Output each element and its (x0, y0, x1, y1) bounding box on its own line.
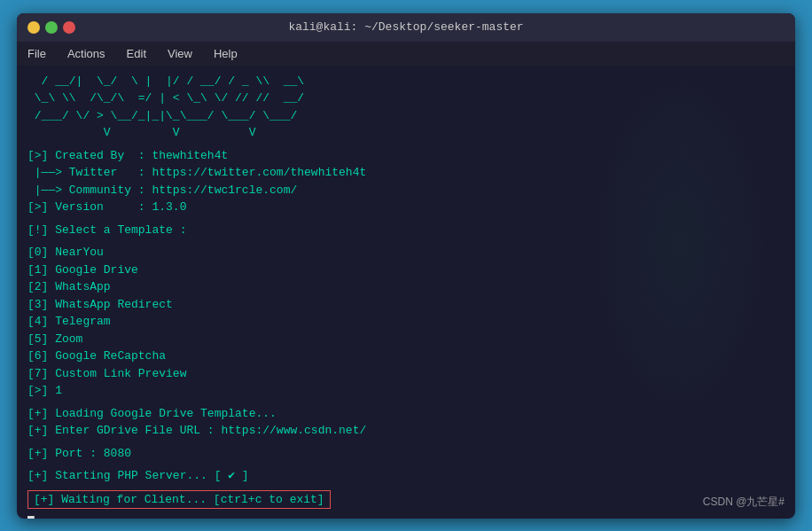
watermark: CSDN @九芒星# (703, 495, 785, 510)
menu-view[interactable]: View (164, 45, 196, 62)
option-4: [4] Telegram (27, 313, 785, 331)
menu-file[interactable]: File (24, 45, 50, 62)
ascii-line-1: / __/| \_/ \ | |/ / __/ / _ \\ __\ (27, 73, 785, 90)
ascii-line-3: /___/ \/ > \__/_|_|\_\___/ \___/ \___/ (27, 107, 785, 125)
waiting-line: [+] Waiting for Client... [ctrl+c to exi… (27, 490, 331, 509)
info-created-by: [>] Created By : thewhiteh4t (27, 147, 785, 165)
window-title: kali@kali: ~/Desktop/seeker-master (288, 20, 523, 34)
ascii-line-2: \_\ \\ /\_/\ =/ | < \_\ \/ // // __/ (27, 90, 785, 107)
window-controls (27, 21, 75, 34)
select-prompt: [!] Select a Template : (27, 222, 785, 239)
option-7: [7] Custom Link Preview (27, 365, 785, 383)
option-2: [2] WhatsApp (27, 278, 785, 296)
spacer-8 (27, 509, 785, 516)
minimize-button[interactable] (27, 21, 40, 34)
port-line: [+] Port : 8080 (27, 445, 785, 463)
menu-bar: File Actions Edit View Help (17, 42, 795, 66)
menu-edit[interactable]: Edit (123, 45, 150, 62)
menu-actions[interactable]: Actions (64, 45, 109, 62)
php-server-line: [+] Starting PHP Server... [ ✔ ] (27, 467, 785, 485)
option-selected: [>] 1 (27, 382, 785, 400)
ascii-line-4: V V V (27, 124, 785, 142)
terminal-body[interactable]: / __/| \_/ \ | |/ / __/ / _ \\ __\ \_\ \… (17, 66, 795, 519)
option-1: [1] Google Drive (27, 262, 785, 279)
menu-help[interactable]: Help (210, 45, 241, 62)
option-6: [6] Google ReCaptcha (27, 347, 785, 365)
waiting-line-container: [+] Waiting for Client... [ctrl+c to exi… (27, 490, 785, 509)
info-community: |——> Community : https://twc1rcle.com/ (27, 182, 785, 199)
option-0: [0] NearYou (27, 244, 785, 262)
maximize-button[interactable] (45, 21, 58, 34)
gdrive-url: [+] Enter GDrive File URL : https://www.… (27, 422, 785, 440)
terminal-window: kali@kali: ~/Desktop/seeker-master File … (17, 13, 795, 519)
info-twitter: |——> Twitter : https://twitter.com/thewh… (27, 164, 785, 182)
cursor-line: █ (27, 516, 785, 519)
option-3: [3] WhatsApp Redirect (27, 296, 785, 314)
info-version: [>] Version : 1.3.0 (27, 199, 785, 216)
option-5: [5] Zoom (27, 331, 785, 348)
close-button[interactable] (63, 21, 75, 34)
loading-template: [+] Loading Google Drive Template... (27, 405, 785, 423)
title-bar: kali@kali: ~/Desktop/seeker-master (17, 13, 795, 42)
